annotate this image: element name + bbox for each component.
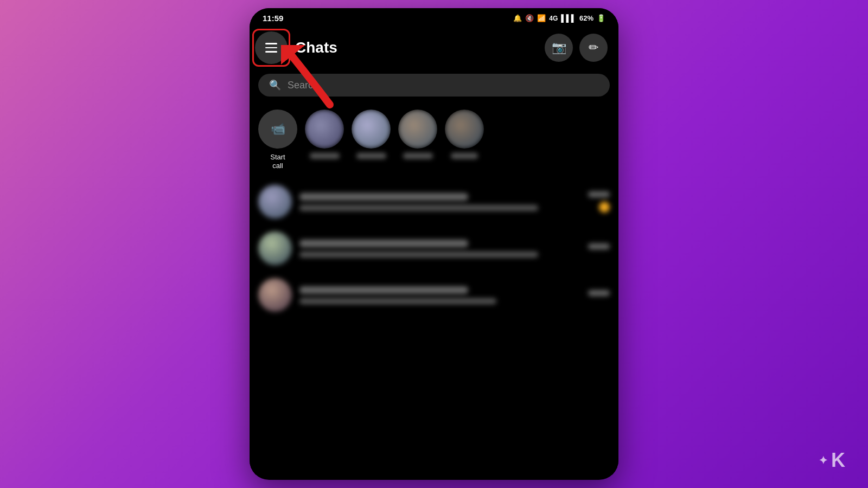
chat-avatar-1 (258, 185, 292, 219)
start-call-item: 📹 Startcall (258, 110, 297, 170)
chat-item-2[interactable] (258, 225, 610, 272)
contact-item-3[interactable] (398, 110, 437, 170)
contact-item-2[interactable] (352, 110, 391, 170)
camera-icon: 📷 (552, 41, 566, 55)
menu-button-wrapper (255, 31, 288, 64)
start-call-label: Startcall (270, 153, 285, 170)
chat-meta-3 (588, 290, 610, 300)
alarm-icon: 🔔 (513, 14, 522, 22)
search-placeholder: Search (288, 80, 318, 91)
chat-name-1 (299, 193, 468, 201)
chat-preview-2 (299, 252, 538, 258)
contact-avatar-4 (445, 110, 484, 149)
chat-avatar-3 (258, 278, 292, 312)
camera-button[interactable]: 📷 (545, 34, 573, 62)
contact-avatar-3 (398, 110, 437, 149)
signal-text: 4G (549, 15, 558, 22)
status-time: 11:59 (263, 14, 283, 23)
phone-frame: 11:59 🔔 🔇 📶 4G ▌▌▌ 62% 🔋 Chats (250, 8, 618, 480)
chat-item-1[interactable] (258, 178, 610, 225)
mute-icon: 🔇 (525, 14, 534, 22)
contact-avatar-1 (305, 110, 344, 149)
contacts-row: 📹 Startcall (250, 101, 618, 174)
chat-name-2 (299, 240, 468, 247)
contact-avatar-2 (352, 110, 391, 149)
chat-name-3 (299, 286, 468, 294)
chat-preview-1 (299, 205, 538, 211)
chat-time-1 (588, 191, 610, 197)
chat-time-2 (588, 243, 610, 249)
compose-icon: ✏ (589, 41, 598, 55)
battery-icon: 🔋 (597, 14, 605, 22)
watermark: ✦ K (819, 449, 846, 472)
battery-text: 62% (579, 14, 593, 22)
red-highlight-border (252, 29, 290, 67)
watermark-symbol: ✦ (819, 454, 829, 467)
chat-time-3 (588, 290, 610, 296)
chat-meta-2 (588, 243, 610, 254)
status-bar: 11:59 🔔 🔇 📶 4G ▌▌▌ 62% 🔋 (250, 8, 618, 26)
app-title: Chats (295, 39, 545, 56)
chat-preview-3 (299, 298, 496, 304)
watermark-letter: K (831, 449, 846, 472)
search-icon: 🔍 (269, 79, 281, 91)
chat-badge-1 (599, 202, 610, 213)
chat-avatar-2 (258, 232, 292, 265)
chat-info-1 (299, 193, 580, 211)
status-icons: 🔔 🔇 📶 4G ▌▌▌ 62% 🔋 (513, 14, 605, 22)
compose-button[interactable]: ✏ (579, 34, 608, 62)
contact-item-4[interactable] (445, 110, 484, 170)
wifi-icon: 📶 (537, 14, 546, 22)
app-content: Chats 📷 ✏ 🔍 (250, 26, 618, 475)
contact-item-1[interactable] (305, 110, 344, 170)
start-call-button[interactable]: 📹 (258, 110, 297, 149)
chat-list (250, 174, 618, 323)
signal-bars-icon: ▌▌▌ (561, 14, 576, 22)
header-actions: 📷 ✏ (545, 34, 608, 62)
video-call-icon: 📹 (271, 122, 285, 136)
chat-info-3 (299, 286, 580, 304)
chat-meta-1 (588, 191, 610, 213)
app-header: Chats 📷 ✏ (250, 26, 618, 69)
chat-item-3[interactable] (258, 272, 610, 318)
search-bar[interactable]: 🔍 Search (258, 74, 610, 97)
chat-info-2 (299, 240, 580, 258)
